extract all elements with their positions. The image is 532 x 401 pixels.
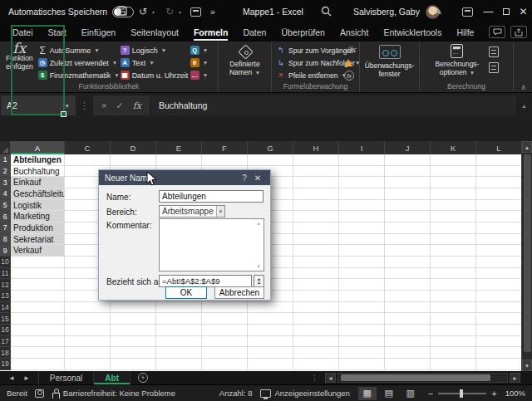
cell-H18[interactable]	[293, 347, 339, 359]
cell-I3[interactable]	[339, 177, 385, 188]
cell-H15[interactable]	[293, 313, 339, 325]
cell-F1[interactable]	[202, 154, 248, 166]
cell-I5[interactable]	[339, 200, 385, 212]
ribbon-tab-ansicht[interactable]: Ansicht	[332, 24, 376, 42]
cell-K17[interactable]	[431, 336, 476, 348]
column-header-J[interactable]: J	[385, 141, 431, 154]
logical-button[interactable]: ?Logisch▼	[119, 44, 189, 56]
hscroll-left-icon[interactable]: ◄	[325, 373, 336, 383]
save-icon[interactable]	[116, 6, 128, 18]
cell-H1[interactable]	[293, 154, 339, 166]
text-button[interactable]: AText▼	[119, 56, 189, 69]
column-header-E[interactable]: E	[156, 141, 202, 154]
cell-H19[interactable]	[293, 359, 339, 370]
cell-H12[interactable]	[293, 279, 339, 291]
cell-K11[interactable]	[431, 268, 476, 280]
autosum-button[interactable]: ΣAutoSumme▼	[37, 44, 119, 56]
cell-L18[interactable]	[476, 347, 521, 359]
scroll-down-icon[interactable]: ▼	[522, 359, 532, 371]
cell-G17[interactable]	[248, 336, 293, 348]
cell-K16[interactable]	[431, 325, 476, 336]
financial-button[interactable]: $Finanzmathematik▼	[37, 69, 119, 81]
formula-input[interactable]: Buchhaltung	[151, 95, 516, 115]
watch-window-button[interactable]: Überwachungs- fenster	[362, 43, 418, 82]
cell-H9[interactable]	[293, 245, 339, 257]
cell-A9[interactable]: Verkauf	[11, 245, 65, 257]
cell-L8[interactable]	[476, 234, 521, 246]
evaluate-formula-button[interactable]: fx	[344, 70, 360, 81]
comment-field[interactable]: ▲ ▼	[159, 218, 264, 271]
cell-L12[interactable]	[476, 279, 521, 291]
cell-J12[interactable]	[385, 279, 431, 291]
sheet-tab-abt[interactable]: Abt	[94, 371, 131, 384]
cell-C19[interactable]	[65, 359, 111, 370]
cell-A16[interactable]	[11, 325, 65, 336]
cancel-button[interactable]: Abbrechen	[214, 286, 264, 299]
cell-A2[interactable]: Buchhaltung	[11, 166, 65, 178]
cell-C14[interactable]	[65, 302, 111, 314]
touch-mouse-mode-icon[interactable]	[190, 7, 201, 17]
user-name[interactable]: Salvisberg, Gaby	[353, 7, 420, 17]
cell-E17[interactable]	[156, 336, 202, 348]
cell-A5[interactable]: Logistik	[11, 200, 65, 212]
row-header-16[interactable]: 16	[0, 325, 11, 336]
chevron-down-icon[interactable]: ▼	[65, 103, 70, 109]
ribbon-tab-daten[interactable]: Daten	[235, 24, 273, 42]
page-layout-view-button[interactable]: ▤	[380, 387, 398, 400]
cell-E18[interactable]	[156, 347, 202, 359]
cell-H10[interactable]	[293, 257, 339, 268]
cell-J5[interactable]	[385, 200, 431, 212]
row-header-1[interactable]: 1	[0, 154, 11, 166]
row-header-9[interactable]: 9	[0, 245, 11, 257]
cell-L11[interactable]	[476, 268, 521, 280]
sheet-tab-personal[interactable]: Personal	[39, 371, 94, 384]
column-header-A[interactable]: A	[11, 141, 65, 154]
cancel-entry-icon[interactable]: ×	[101, 100, 106, 110]
cell-H14[interactable]	[293, 302, 339, 314]
cell-K14[interactable]	[431, 302, 476, 314]
cell-I10[interactable]	[339, 257, 385, 268]
cell-A3[interactable]: Einkauf	[11, 177, 65, 188]
cell-L13[interactable]	[476, 291, 521, 302]
cell-F19[interactable]	[202, 359, 248, 370]
cell-K15[interactable]	[431, 313, 476, 325]
cell-A6[interactable]: Marketing	[11, 211, 65, 223]
cell-F14[interactable]	[202, 302, 248, 314]
cell-I2[interactable]	[339, 166, 385, 178]
cell-H3[interactable]	[293, 177, 339, 188]
horizontal-scroll-thumb[interactable]	[341, 374, 490, 381]
dialog-help-button[interactable]: ?	[238, 174, 251, 183]
name-box[interactable]: A2 ▼	[1, 95, 76, 115]
insert-function-icon[interactable]: fx	[133, 100, 141, 111]
collapse-dialog-button[interactable]: ↥	[254, 275, 264, 287]
cell-A13[interactable]	[11, 291, 65, 302]
recently-used-button[interactable]: ◷Zuletzt verwendet▼	[37, 56, 119, 69]
cell-H6[interactable]	[293, 211, 339, 223]
cell-K5[interactable]	[431, 200, 476, 212]
cell-I7[interactable]	[339, 223, 385, 234]
calculation-options-button[interactable]: Berechnungs- optionen ▼	[432, 43, 483, 82]
cell-L17[interactable]	[476, 336, 521, 348]
zoom-slider[interactable]	[438, 393, 486, 394]
cell-I6[interactable]	[339, 211, 385, 223]
cell-E16[interactable]	[156, 325, 202, 336]
cell-D15[interactable]	[111, 313, 156, 325]
ribbon-tab-entwicklertools[interactable]: Entwicklertools	[376, 24, 449, 42]
cell-I15[interactable]	[339, 313, 385, 325]
vertical-scrollbar[interactable]: ▲ ▼	[521, 141, 532, 371]
cell-J9[interactable]	[385, 245, 431, 257]
share-icon[interactable]	[510, 26, 527, 38]
row-header-2[interactable]: 2	[0, 166, 11, 178]
cell-I14[interactable]	[339, 302, 385, 314]
row-header-13[interactable]: 13	[0, 291, 11, 302]
cell-J3[interactable]	[385, 177, 431, 188]
cell-K19[interactable]	[431, 359, 476, 370]
cell-A1[interactable]: Abteilungen	[11, 154, 65, 166]
column-header-L[interactable]: L	[476, 141, 521, 154]
cell-D18[interactable]	[111, 347, 156, 359]
row-header-5[interactable]: 5	[0, 200, 11, 212]
error-checking-button[interactable]: ▼	[344, 57, 360, 69]
cell-D1[interactable]	[111, 154, 156, 166]
cell-A18[interactable]	[11, 347, 65, 359]
cell-I9[interactable]	[339, 245, 385, 257]
